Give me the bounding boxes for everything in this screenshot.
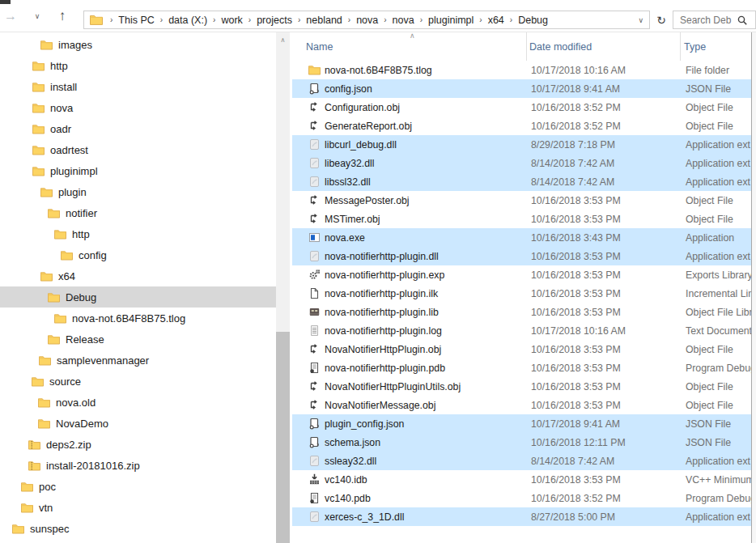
file-row-libeay32-dll[interactable]: libeay32.dll8/14/2018 7:42 AMApplication… <box>292 154 751 172</box>
tree-item-images[interactable]: images <box>0 34 276 55</box>
file-row-config-json[interactable]: config.json10/17/2018 9:41 AMJSON File <box>292 79 751 98</box>
column-header-type[interactable]: Type <box>680 32 751 61</box>
tree-item-oadrtest[interactable]: oadrtest <box>0 139 276 160</box>
breadcrumb-segment-pluginimpl[interactable]: pluginimpl <box>428 15 474 26</box>
tree-item-plugin[interactable]: plugin <box>0 181 276 202</box>
search-icon <box>737 15 748 29</box>
tree-item-deps2-zip[interactable]: deps2.zip <box>0 434 276 455</box>
file-date-modified: 10/16/2018 12:11 PM <box>529 437 682 448</box>
tree-item-install-20181016-zip[interactable]: install-20181016.zip <box>0 455 276 476</box>
tree-item-samplevenmanager[interactable]: samplevenmanager <box>0 350 276 371</box>
tree-item-release[interactable]: Release <box>0 329 276 350</box>
breadcrumb-segment-nova[interactable]: nova <box>356 15 378 26</box>
tree-item-nova-not-6b4f8b75-tlog[interactable]: nova-not.6B4F8B75.tlog <box>0 308 276 329</box>
tree-item-http[interactable]: http <box>0 55 276 76</box>
tree-item-label: images <box>58 39 92 51</box>
file-row-nova-exe[interactable]: nova.exe10/16/2018 3:43 PMApplication <box>292 228 751 247</box>
file-row-nova-notifierhttp-plugin-dll[interactable]: nova-notifierhttp-plugin.dll10/16/2018 3… <box>292 247 751 265</box>
scrollbar-thumb[interactable] <box>276 332 290 543</box>
folder-icon <box>38 418 50 429</box>
tree-item-http[interactable]: http <box>0 223 276 244</box>
file-row-mstimer-obj[interactable]: MSTimer.obj10/16/2018 3:53 PMObject File <box>292 210 751 228</box>
forward-button[interactable]: → <box>0 0 21 32</box>
tree-item-install[interactable]: install <box>0 76 276 97</box>
column-header-type-label: Type <box>684 41 706 53</box>
address-dropdown-button[interactable]: ∨ <box>638 11 643 28</box>
tree-item-nova-old[interactable]: nova.old <box>0 392 276 413</box>
file-name: GenerateReport.obj <box>325 121 412 132</box>
file-name: nova-notifierhttp-plugin.ilk <box>325 288 438 299</box>
file-row-vc140-idb[interactable]: vc140.idb10/16/2018 3:53 PMVC++ Minimum <box>292 470 751 489</box>
breadcrumb-segment-this-pc[interactable]: This PC <box>118 15 154 26</box>
folder-icon <box>54 313 66 324</box>
json-file-icon <box>308 418 321 430</box>
file-row-libssl32-dll[interactable]: libssl32.dll8/14/2018 7:42 AMApplication… <box>292 172 751 191</box>
tree-item-debug[interactable]: Debug <box>0 286 276 308</box>
breadcrumb-segment-x64[interactable]: x64 <box>488 15 504 26</box>
file-row-nova-not-6b4f8b75-tlog[interactable]: nova-not.6B4F8B75.tlog10/17/2018 10:16 A… <box>292 61 751 79</box>
file-row-messageposter-obj[interactable]: MessagePoster.obj10/16/2018 3:53 PMObjec… <box>292 191 751 210</box>
breadcrumb-segment-nova[interactable]: nova <box>393 15 414 26</box>
tree-item-x64[interactable]: x64 <box>0 265 276 286</box>
breadcrumb-separator-icon: › <box>243 15 257 24</box>
file-row-nova-notifierhttp-plugin-log[interactable]: nova-notifierhttp-plugin.log10/17/2018 1… <box>292 321 751 340</box>
file-type: Application <box>682 232 751 244</box>
file-row-novanotifierhttppluginutils-obj[interactable]: NovaNotifierHttpPluginUtils.obj10/16/201… <box>292 377 751 396</box>
file-row-libcurl-debug-dll[interactable]: libcurl_debug.dll8/29/2018 7:18 PMApplic… <box>292 135 751 154</box>
file-row-xerces-c-3-1d-dll[interactable]: xerces-c_3_1D.dll8/27/2018 5:00 PMApplic… <box>292 507 751 526</box>
up-button[interactable]: ↑ <box>50 0 74 32</box>
search-input[interactable] <box>673 11 737 28</box>
file-name: MSTimer.obj <box>325 214 380 225</box>
search-box <box>673 11 756 29</box>
column-header-name[interactable]: Name <box>290 32 526 61</box>
scroll-up-icon[interactable]: ∧ <box>276 34 290 45</box>
refresh-button[interactable]: ↻ <box>652 11 671 29</box>
tree-item-vtn[interactable]: vtn <box>0 497 276 518</box>
folder-icon <box>61 250 73 261</box>
column-header-date-modified[interactable]: Date modified <box>526 32 680 61</box>
file-row-nova-notifierhttp-plugin-lib[interactable]: nova-notifierhttp-plugin.lib10/16/2018 3… <box>292 303 751 321</box>
file-name-cell: plugin_config.json <box>292 418 529 430</box>
file-row-nova-notifierhttp-plugin-exp[interactable]: nova-notifierhttp-plugin.exp10/16/2018 3… <box>292 265 751 284</box>
main-area: imageshttpinstallnovaoadroadrtestplugini… <box>0 32 756 543</box>
tree-item-nova[interactable]: nova <box>0 97 276 118</box>
file-name: NovaNotifierHttpPluginUtils.obj <box>325 381 461 392</box>
file-row-novanotifierhttpplugin-obj[interactable]: NovaNotifierHttpPlugin.obj10/16/2018 3:5… <box>292 340 751 358</box>
obj-file-icon <box>308 101 321 113</box>
tree-item-pluginimpl[interactable]: pluginimpl <box>0 160 276 181</box>
file-row-vc140-pdb[interactable]: vc140.pdb10/16/2018 3:52 PMProgram Debug <box>292 489 751 507</box>
sidebar-scrollbar[interactable]: ∧ <box>276 32 290 543</box>
file-row-schema-json[interactable]: schema.json10/16/2018 12:11 PMJSON File <box>292 433 751 452</box>
file-name-cell: nova-notifierhttp-plugin.exp <box>292 269 529 281</box>
ilk-file-icon <box>308 287 321 299</box>
tree-item-source[interactable]: source <box>0 371 276 392</box>
breadcrumb-segment-nebland[interactable]: nebland <box>306 15 342 26</box>
address-bar[interactable]: ›This PC›data (X:)›work›projects›nebland… <box>83 11 650 29</box>
file-row-ssleay32-dll[interactable]: ssleay32.dll8/14/2018 7:42 AMApplication… <box>292 452 751 470</box>
file-row-plugin-config-json[interactable]: plugin_config.json10/17/2018 9:41 AMJSON… <box>292 414 751 433</box>
up-arrow-icon: ↑ <box>59 8 66 24</box>
file-row-novanotifiermessage-obj[interactable]: NovaNotifierMessage.obj10/16/2018 3:53 P… <box>292 396 751 414</box>
breadcrumb-segment-debug[interactable]: Debug <box>518 15 548 26</box>
breadcrumb-separator-icon: › <box>104 15 118 24</box>
folder-icon <box>40 271 53 282</box>
breadcrumb-segment-work[interactable]: work <box>221 15 242 26</box>
file-row-nova-notifierhttp-plugin-pdb[interactable]: nova-notifierhttp-plugin.pdb10/16/2018 3… <box>292 358 751 377</box>
tree-item-poc[interactable]: poc <box>0 476 276 497</box>
recent-locations-button[interactable]: ∨ <box>29 0 45 32</box>
folder-icon <box>32 103 45 113</box>
breadcrumb-segment-projects[interactable]: projects <box>257 15 292 26</box>
file-name-cell: nova-notifierhttp-plugin.log <box>292 325 529 337</box>
tree-item-notifier[interactable]: notifier <box>0 202 276 223</box>
tree-item-novademo[interactable]: NovaDemo <box>0 413 276 434</box>
tree-item-sunspec[interactable]: sunspec <box>0 518 276 539</box>
file-row-configuration-obj[interactable]: Configuration.obj10/16/2018 3:52 PMObjec… <box>292 98 751 117</box>
tree-item-config[interactable]: config <box>0 244 276 265</box>
file-row-generatereport-obj[interactable]: GenerateReport.obj10/16/2018 3:52 PMObje… <box>292 117 751 135</box>
dll-file-icon <box>308 176 321 188</box>
folder-icon <box>48 208 60 218</box>
breadcrumb-separator-icon: › <box>292 15 306 24</box>
tree-item-oadr[interactable]: oadr <box>0 118 276 139</box>
file-row-nova-notifierhttp-plugin-ilk[interactable]: nova-notifierhttp-plugin.ilk10/16/2018 3… <box>292 284 751 303</box>
breadcrumb-segment-data-x-[interactable]: data (X:) <box>168 15 207 26</box>
